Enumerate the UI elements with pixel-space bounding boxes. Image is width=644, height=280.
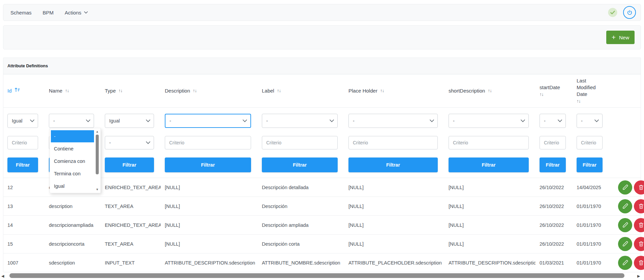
column-header-label[interactable]: Label↑↓ (258, 74, 344, 107)
start_date-filter-button[interactable]: Filtrar (540, 158, 566, 172)
column-header-last_modified_date[interactable]: Last Modified Date↑↓ (573, 74, 609, 107)
column-header-type[interactable]: Type↑↓ (101, 74, 161, 107)
type-filter-operator-select[interactable]: Igual (105, 114, 154, 128)
type-cell: ENRICHED_TEXT_AREA (101, 178, 161, 197)
place_holder-cell: ATTRIBUTE_PLACEHOLDER.sdescription (344, 253, 444, 272)
selected-operator-value: - (453, 118, 455, 124)
scroll-right-icon[interactable]: ▶ (637, 274, 640, 278)
description-filter-button[interactable]: Filtrar (165, 158, 251, 172)
short_description-filter-operator-select[interactable]: - (449, 114, 529, 128)
nav-item-actions[interactable]: Actions (65, 10, 88, 15)
column-header-content: Place Holder↑↓ (348, 88, 384, 94)
nav-item-schemas[interactable]: Schemas (10, 10, 32, 15)
column-header-place_holder[interactable]: Place Holder↑↓ (344, 74, 444, 107)
filter-cell-id: IgualFiltrar (3, 108, 45, 178)
description-filter-criteria-input[interactable] (165, 136, 251, 149)
short_description-filter-button[interactable]: Filtrar (449, 158, 529, 172)
last_modified_date-filter-button[interactable]: Filtrar (577, 158, 603, 172)
pencil-icon (622, 203, 629, 210)
delete-button[interactable] (634, 180, 644, 195)
start_date-cell: 26/10/2022 (535, 178, 573, 197)
pencil-icon (622, 184, 629, 191)
short_description-filter-criteria-input[interactable] (449, 136, 529, 149)
description-filter-operator-select[interactable]: - (165, 114, 251, 128)
place_holder-cell: [NULL] (344, 197, 444, 215)
last_modified_date-cell: 01/01/1970 (573, 216, 609, 234)
edit-button[interactable] (618, 256, 632, 270)
dropdown-option[interactable]: Contiene (50, 142, 100, 155)
description-cell: [NULL] (161, 197, 258, 215)
dropdown-option[interactable]: Comienza con (50, 155, 100, 167)
nav-item-bpm[interactable]: BPM (43, 10, 54, 15)
edit-button[interactable] (618, 199, 632, 213)
type-filter-button[interactable]: Filtrar (105, 158, 154, 172)
label-cell: Descripción (258, 197, 344, 215)
place_holder-filter-criteria-input[interactable] (348, 136, 438, 149)
start_date-filter-criteria-input[interactable] (540, 136, 566, 149)
trash-icon (638, 241, 644, 247)
column-header-description[interactable]: Description↑↓ (161, 74, 258, 107)
column-header-start_date[interactable]: startDate↑↓ (535, 74, 573, 107)
power-icon (626, 9, 633, 16)
scroll-up-icon[interactable]: ▲ (96, 130, 99, 133)
edit-button[interactable] (618, 237, 632, 251)
edit-button[interactable] (618, 218, 632, 232)
id-filter-button[interactable]: Filtrar (7, 158, 38, 172)
dropdown-option[interactable]: Igual (50, 180, 100, 192)
table-header-row: IdName↑↓Type↑↓Description↑↓Label↑↓Place … (3, 74, 641, 108)
description-cell: [NULL] (161, 235, 258, 253)
label-filter-operator-select[interactable]: - (262, 114, 338, 128)
column-header-id[interactable]: Id (3, 74, 45, 107)
place_holder-cell: [NULL] (344, 216, 444, 234)
sort-icon: ↑↓ (277, 88, 281, 94)
place_holder-cell: [NULL] (344, 178, 444, 197)
nav-item-label: BPM (43, 10, 54, 15)
dropdown-option-list: -ContieneComienza conTermina conIgual (50, 130, 100, 192)
place_holder-cell: [NULL] (344, 235, 444, 253)
column-header-name[interactable]: Name↑↓ (45, 74, 101, 107)
name-filter-dropdown: -ContieneComienza conTermina conIgual ▲ … (50, 128, 101, 193)
name-cell: description (45, 197, 101, 215)
column-header-content: Type↑↓ (105, 88, 122, 94)
start_date-cell: 26/10/2022 (535, 197, 573, 215)
type-filter-value-select[interactable]: - (105, 136, 154, 149)
horizontal-scrollbar: ◀ ▶ (0, 273, 644, 279)
id-filter-criteria-input[interactable] (7, 136, 38, 149)
dropdown-option[interactable]: - (51, 130, 94, 142)
sort-icon: ↑↓ (577, 98, 581, 104)
place_holder-filter-button[interactable]: Filtrar (348, 158, 438, 172)
row-actions-cell (609, 197, 644, 215)
last_modified_date-filter-criteria-input[interactable] (577, 136, 603, 149)
column-header-short_description[interactable]: shortDescription↑↓ (444, 74, 535, 107)
chevron-down-icon (594, 119, 599, 123)
start_date-cell: 26/10/2022 (535, 235, 573, 253)
column-label: Last Modified Date (577, 77, 600, 98)
power-button[interactable] (623, 6, 636, 19)
name-filter-operator-select[interactable]: - (49, 114, 94, 128)
chevron-down-icon (557, 119, 562, 123)
selected-operator-value: - (353, 118, 355, 124)
dropdown-scrollbar-thumb[interactable] (96, 135, 99, 174)
label-filter-button[interactable]: Filtrar (262, 158, 338, 172)
column-header-content: Id (7, 88, 20, 94)
filter-cell-label: -Filtrar (258, 108, 344, 178)
start_date-filter-operator-select[interactable]: - (540, 114, 566, 128)
new-button[interactable]: + New (606, 31, 635, 44)
delete-button[interactable] (634, 256, 644, 270)
scroll-down-icon[interactable]: ▼ (96, 188, 99, 191)
type-cell: TEXT_AREA (101, 197, 161, 215)
nav-right-icons (607, 6, 636, 19)
horizontal-scrollbar-thumb[interactable] (9, 273, 624, 278)
delete-button[interactable] (634, 218, 644, 232)
label-filter-criteria-input[interactable] (262, 136, 338, 149)
last_modified_date-filter-operator-select[interactable]: - (577, 114, 603, 128)
nav-items: SchemasBPMActions (10, 10, 99, 15)
delete-button[interactable] (634, 199, 644, 213)
place_holder-filter-operator-select[interactable]: - (348, 114, 438, 128)
dropdown-option[interactable]: Termina con (50, 167, 100, 180)
id-filter-operator-select[interactable]: Igual (7, 114, 38, 128)
trash-icon (638, 222, 644, 228)
edit-button[interactable] (618, 180, 632, 195)
scroll-left-icon[interactable]: ◀ (1, 274, 4, 278)
delete-button[interactable] (634, 237, 644, 251)
